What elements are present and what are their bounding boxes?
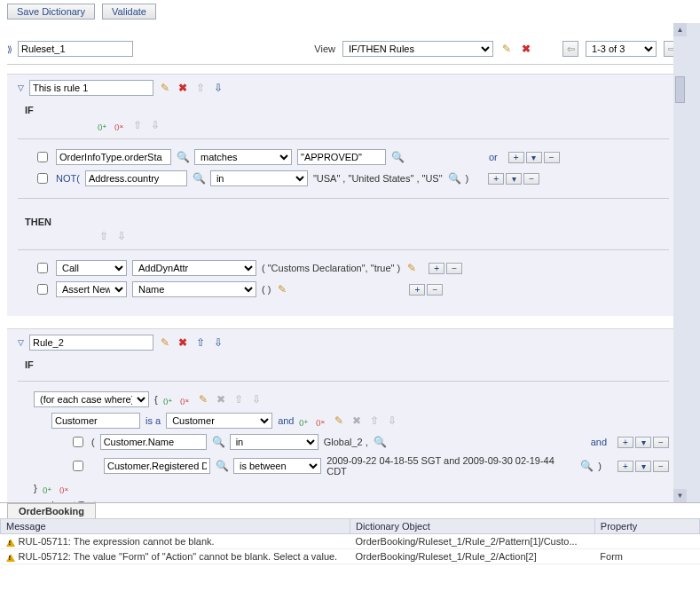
bottom-remove-pattern-icon[interactable]: ()× (59, 482, 71, 494)
if-label: IF (18, 96, 669, 119)
scroll-down-arrow[interactable]: ▼ (673, 489, 687, 502)
view-select[interactable]: IF/THEN Rules (342, 41, 493, 57)
save-dictionary-button[interactable]: Save Dictionary (7, 4, 95, 20)
cond2-field-search-icon[interactable]: 🔍 (193, 172, 205, 185)
table-row[interactable]: RUL-05712: The value "Form" of "Action" … (1, 549, 700, 564)
ruleset-name-input[interactable] (18, 41, 133, 57)
r2-checkbox[interactable] (73, 461, 83, 471)
scope-select[interactable]: (for each case where) (34, 391, 149, 407)
move-up-rule1-icon[interactable]: ⇧ (194, 82, 207, 94)
then1-checkbox[interactable] (37, 263, 48, 273)
move-cond-down-icon[interactable]: ⇩ (149, 119, 161, 131)
then1-target-select[interactable]: AddDynAttr (132, 260, 256, 276)
then2-action-select[interactable]: Assert New (56, 281, 127, 297)
then-move-up-icon[interactable]: ⇧ (98, 230, 110, 242)
add-rule-icon[interactable]: ✎ (500, 43, 513, 55)
cond1-field-search-icon[interactable]: 🔍 (177, 151, 189, 163)
then2-remove-button[interactable]: − (427, 284, 443, 296)
cond1-or-label[interactable]: or (489, 152, 498, 162)
then1-action-select[interactable]: Call (56, 260, 127, 276)
cust-down-icon[interactable]: ⇩ (386, 414, 398, 427)
rule2-name-input[interactable] (29, 335, 153, 351)
cond2-value-search-icon[interactable]: 🔍 (448, 172, 460, 185)
validate-button[interactable]: Validate (102, 4, 156, 20)
edit-rule2-icon[interactable]: ✎ (159, 336, 171, 349)
delete-rule1-icon[interactable]: ✖ (177, 82, 189, 94)
bottom-add-pattern-icon[interactable]: ()+ (43, 482, 54, 494)
r2-remove-button[interactable]: − (653, 461, 669, 472)
cond1-checkbox[interactable] (37, 152, 48, 162)
collapse-ruleset-icon[interactable]: ⟩⟩ (7, 44, 11, 54)
then2-target-select[interactable]: Name (132, 281, 256, 297)
delete-rule-icon[interactable]: ✖ (520, 43, 532, 55)
move-up-rule2-icon[interactable]: ⇧ (194, 336, 207, 349)
customer-type-select[interactable]: Customer (166, 413, 272, 429)
then-move-down-icon[interactable]: ⇩ (115, 230, 128, 242)
r1-checkbox[interactable] (73, 437, 83, 447)
vertical-scrollbar[interactable]: ▲ ▼ (673, 23, 687, 502)
remove-pattern-icon[interactable]: ()× (114, 119, 126, 131)
scope-x-icon[interactable]: ✖ (215, 393, 227, 406)
edit-rule1-icon[interactable]: ✎ (159, 82, 171, 94)
cond1-remove-button[interactable]: − (544, 152, 560, 163)
r1-add-button[interactable]: + (617, 437, 633, 448)
r2-field-search-icon[interactable]: 🔍 (216, 460, 228, 472)
cond1-value-search-icon[interactable]: 🔍 (391, 151, 404, 163)
r2-value-search-icon[interactable]: 🔍 (580, 460, 593, 472)
scroll-thumb[interactable] (675, 76, 685, 103)
r2-op-select[interactable]: is between (233, 458, 321, 474)
r2-field-input[interactable] (104, 458, 210, 474)
cust-up-icon[interactable]: ⇧ (368, 414, 381, 427)
r1-op-select[interactable]: in (230, 434, 319, 450)
add-pattern-icon[interactable]: ()+ (98, 119, 109, 131)
r2-menu-button[interactable]: ▾ (635, 461, 651, 472)
expand-rule2-icon[interactable]: ▽ (18, 338, 24, 347)
messages-tab[interactable]: OrderBooking (7, 503, 96, 518)
scope-add-pattern-icon[interactable]: ()+ (163, 393, 175, 406)
r1-value-search-icon[interactable]: 🔍 (374, 436, 386, 448)
customer-var-input[interactable] (51, 413, 140, 429)
r1-remove-button[interactable]: − (653, 437, 669, 448)
move-down-rule2-icon[interactable]: ⇩ (212, 336, 224, 349)
r2-add-button[interactable]: + (617, 461, 633, 472)
rule1-name-input[interactable] (29, 80, 153, 96)
then1-add-button[interactable]: + (429, 263, 444, 274)
scroll-up-arrow[interactable]: ▲ (673, 23, 687, 36)
cust-add-pattern-icon[interactable]: ()+ (299, 414, 311, 427)
cond2-field-input[interactable] (85, 170, 187, 186)
then2-args-edit-icon[interactable]: ✎ (276, 283, 288, 296)
cond1-menu-button[interactable]: ▾ (526, 152, 542, 163)
cust-remove-pattern-icon[interactable]: ()× (316, 414, 327, 427)
cond1-add-button[interactable]: + (508, 152, 524, 163)
cust-x-icon[interactable]: ✖ (350, 414, 363, 427)
then1-remove-button[interactable]: − (446, 263, 462, 274)
delete-rule2-icon[interactable]: ✖ (177, 336, 189, 349)
then1-args-edit-icon[interactable]: ✎ (405, 262, 418, 274)
table-row[interactable]: RUL-05711: The expression cannot be blan… (1, 534, 700, 549)
cond2-remove-button[interactable]: − (523, 173, 539, 185)
r1-field-search-icon[interactable]: 🔍 (212, 436, 224, 448)
r1-menu-button[interactable]: ▾ (635, 437, 651, 448)
pager-range-select[interactable]: 1-3 of 3 (586, 41, 657, 57)
scope-up-icon[interactable]: ⇧ (232, 393, 245, 406)
then2-checkbox[interactable] (37, 284, 48, 295)
cond2-add-button[interactable]: + (488, 173, 504, 185)
cust-edit-icon[interactable]: ✎ (333, 414, 345, 427)
move-down-rule1-icon[interactable]: ⇩ (212, 82, 224, 94)
cond2-menu-button[interactable]: ▾ (506, 173, 522, 185)
cond2-checkbox[interactable] (37, 173, 48, 184)
scope-edit-icon[interactable]: ✎ (197, 393, 209, 406)
then2-add-button[interactable]: + (409, 284, 425, 296)
r1-field-input[interactable] (100, 434, 207, 450)
move-cond-up-icon[interactable]: ⇧ (131, 119, 144, 131)
cond2-not-label[interactable]: NOT( (56, 173, 80, 184)
cond1-value-input[interactable] (297, 149, 386, 165)
insert-test-link[interactable]: Insert Test (51, 500, 97, 502)
cond1-op-select[interactable]: matches (194, 149, 292, 165)
cond2-op-select[interactable]: in (210, 170, 308, 186)
expand-rule1-icon[interactable]: ▽ (18, 83, 24, 92)
scope-remove-pattern-icon[interactable]: ()× (180, 393, 192, 406)
pager-prev-button[interactable]: ⇦ (562, 41, 578, 57)
scope-down-icon[interactable]: ⇩ (250, 393, 263, 406)
cond1-field-input[interactable] (56, 149, 171, 165)
